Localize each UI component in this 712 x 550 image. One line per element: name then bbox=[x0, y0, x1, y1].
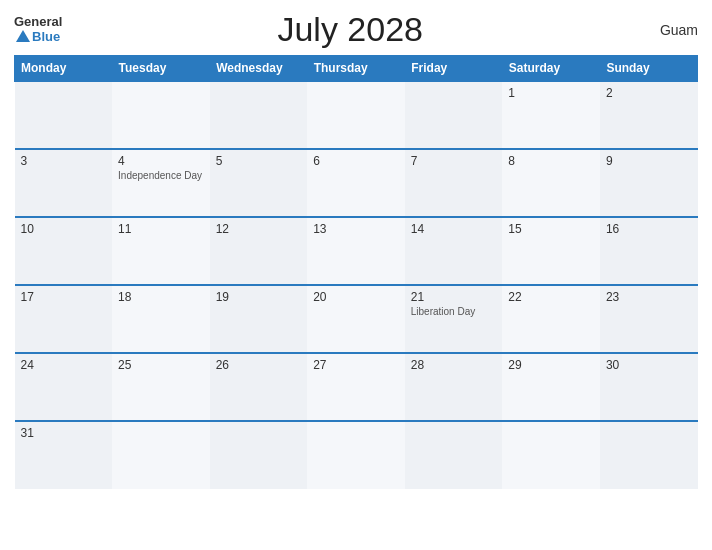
calendar-cell: 2 bbox=[600, 81, 698, 149]
calendar-cell bbox=[210, 81, 308, 149]
day-number: 8 bbox=[508, 154, 594, 168]
calendar-cell: 28 bbox=[405, 353, 503, 421]
day-number: 21 bbox=[411, 290, 497, 304]
week-row: 1718192021Liberation Day2223 bbox=[15, 285, 698, 353]
col-saturday: Saturday bbox=[502, 56, 600, 82]
col-tuesday: Tuesday bbox=[112, 56, 210, 82]
weekday-header-row: Monday Tuesday Wednesday Thursday Friday… bbox=[15, 56, 698, 82]
day-number: 3 bbox=[21, 154, 107, 168]
calendar-cell: 1 bbox=[502, 81, 600, 149]
calendar-cell: 18 bbox=[112, 285, 210, 353]
calendar-cell bbox=[405, 421, 503, 489]
calendar-cell bbox=[600, 421, 698, 489]
calendar-cell: 15 bbox=[502, 217, 600, 285]
event-label: Independence Day bbox=[118, 170, 204, 181]
day-number: 27 bbox=[313, 358, 399, 372]
calendar-cell: 24 bbox=[15, 353, 113, 421]
calendar-cell: 23 bbox=[600, 285, 698, 353]
day-number: 7 bbox=[411, 154, 497, 168]
calendar-cell bbox=[307, 421, 405, 489]
event-label: Liberation Day bbox=[411, 306, 497, 317]
calendar-cell: 6 bbox=[307, 149, 405, 217]
calendar-cell: 14 bbox=[405, 217, 503, 285]
week-row: 31 bbox=[15, 421, 698, 489]
calendar-cell: 31 bbox=[15, 421, 113, 489]
day-number: 15 bbox=[508, 222, 594, 236]
col-wednesday: Wednesday bbox=[210, 56, 308, 82]
day-number: 10 bbox=[21, 222, 107, 236]
calendar-cell: 9 bbox=[600, 149, 698, 217]
calendar-cell: 10 bbox=[15, 217, 113, 285]
day-number: 14 bbox=[411, 222, 497, 236]
day-number: 31 bbox=[21, 426, 107, 440]
calendar-cell: 22 bbox=[502, 285, 600, 353]
calendar-title: July 2028 bbox=[62, 10, 638, 49]
day-number: 22 bbox=[508, 290, 594, 304]
day-number: 19 bbox=[216, 290, 302, 304]
week-row: 10111213141516 bbox=[15, 217, 698, 285]
calendar-table: Monday Tuesday Wednesday Thursday Friday… bbox=[14, 55, 698, 489]
calendar-cell: 12 bbox=[210, 217, 308, 285]
day-number: 17 bbox=[21, 290, 107, 304]
calendar-cell bbox=[15, 81, 113, 149]
calendar-cell: 19 bbox=[210, 285, 308, 353]
day-number: 9 bbox=[606, 154, 692, 168]
calendar-cell: 25 bbox=[112, 353, 210, 421]
calendar-cell: 29 bbox=[502, 353, 600, 421]
calendar-cell: 13 bbox=[307, 217, 405, 285]
logo-general-text: General bbox=[14, 15, 62, 29]
day-number: 24 bbox=[21, 358, 107, 372]
calendar-cell bbox=[112, 81, 210, 149]
col-friday: Friday bbox=[405, 56, 503, 82]
calendar-cell: 17 bbox=[15, 285, 113, 353]
day-number: 26 bbox=[216, 358, 302, 372]
week-row: 24252627282930 bbox=[15, 353, 698, 421]
region-label: Guam bbox=[638, 22, 698, 38]
calendar-cell: 20 bbox=[307, 285, 405, 353]
day-number: 29 bbox=[508, 358, 594, 372]
calendar-cell bbox=[307, 81, 405, 149]
calendar-cell: 3 bbox=[15, 149, 113, 217]
col-sunday: Sunday bbox=[600, 56, 698, 82]
logo-triangle-icon bbox=[16, 30, 30, 42]
day-number: 4 bbox=[118, 154, 204, 168]
calendar-cell bbox=[210, 421, 308, 489]
calendar-cell bbox=[405, 81, 503, 149]
logo-blue-text: Blue bbox=[32, 30, 60, 44]
week-row: 12 bbox=[15, 81, 698, 149]
day-number: 30 bbox=[606, 358, 692, 372]
day-number: 11 bbox=[118, 222, 204, 236]
calendar-page: General Blue July 2028 Guam Monday Tuesd… bbox=[0, 0, 712, 550]
day-number: 2 bbox=[606, 86, 692, 100]
day-number: 16 bbox=[606, 222, 692, 236]
day-number: 6 bbox=[313, 154, 399, 168]
calendar-cell: 27 bbox=[307, 353, 405, 421]
calendar-cell: 7 bbox=[405, 149, 503, 217]
calendar-cell: 16 bbox=[600, 217, 698, 285]
calendar-cell: 11 bbox=[112, 217, 210, 285]
day-number: 12 bbox=[216, 222, 302, 236]
calendar-cell bbox=[112, 421, 210, 489]
calendar-cell bbox=[502, 421, 600, 489]
day-number: 28 bbox=[411, 358, 497, 372]
col-monday: Monday bbox=[15, 56, 113, 82]
calendar-cell: 4Independence Day bbox=[112, 149, 210, 217]
day-number: 13 bbox=[313, 222, 399, 236]
logo: General Blue bbox=[14, 15, 62, 44]
header: General Blue July 2028 Guam bbox=[14, 10, 698, 49]
calendar-cell: 21Liberation Day bbox=[405, 285, 503, 353]
calendar-cell: 5 bbox=[210, 149, 308, 217]
week-row: 34Independence Day56789 bbox=[15, 149, 698, 217]
day-number: 25 bbox=[118, 358, 204, 372]
day-number: 18 bbox=[118, 290, 204, 304]
day-number: 20 bbox=[313, 290, 399, 304]
day-number: 23 bbox=[606, 290, 692, 304]
col-thursday: Thursday bbox=[307, 56, 405, 82]
calendar-cell: 8 bbox=[502, 149, 600, 217]
day-number: 5 bbox=[216, 154, 302, 168]
calendar-cell: 30 bbox=[600, 353, 698, 421]
calendar-cell: 26 bbox=[210, 353, 308, 421]
day-number: 1 bbox=[508, 86, 594, 100]
